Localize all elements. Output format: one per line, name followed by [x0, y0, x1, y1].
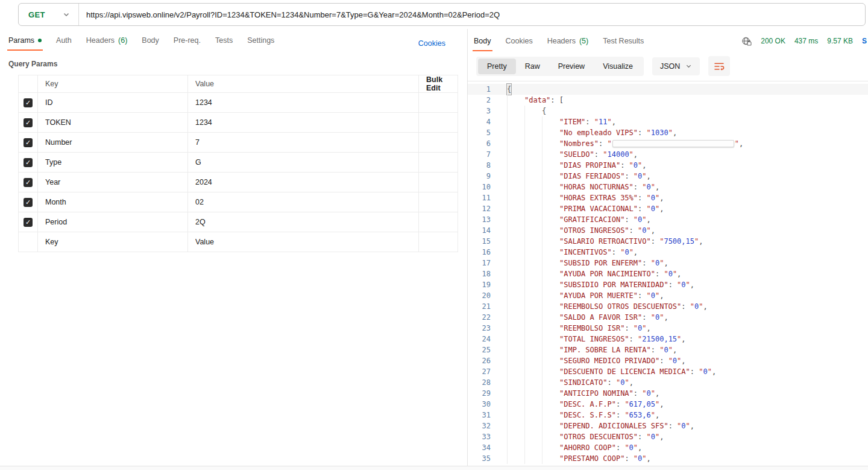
request-tab-tests[interactable]: Tests — [215, 36, 233, 51]
request-tab-params[interactable]: Params — [8, 36, 42, 51]
line-number: 26 — [468, 355, 495, 366]
view-mode-raw[interactable]: Raw — [516, 59, 549, 74]
method-label: GET — [28, 10, 45, 19]
checkbox-checked-icon: ✓ — [24, 158, 33, 167]
line-number: 16 — [468, 247, 495, 258]
param-row-empty: KeyValue — [19, 232, 458, 252]
code-line: 34"AHORRO COOP": "0", — [468, 442, 868, 453]
line-number: 2 — [468, 95, 495, 106]
line-number: 31 — [468, 410, 495, 421]
line-number: 11 — [468, 192, 495, 203]
line-number: 34 — [468, 442, 495, 453]
param-key-input[interactable]: Key — [38, 232, 188, 252]
checkbox-checked-icon: ✓ — [24, 118, 33, 127]
request-tab-settings[interactable]: Settings — [247, 36, 274, 51]
param-key-cell[interactable]: Type — [38, 153, 188, 173]
code-line: 23"REEMBOLSO ISR": "0", — [468, 323, 868, 334]
param-row-period: ✓Period2Q — [19, 212, 458, 232]
line-number: 15 — [468, 236, 495, 247]
param-key-cell[interactable]: Year — [38, 173, 188, 192]
view-mode-pretty[interactable]: Pretty — [478, 59, 516, 74]
params-header-row: Key Value Bulk Edit — [19, 75, 458, 93]
param-checkbox[interactable]: ✓ — [19, 133, 38, 153]
code-line: 32"DEPEND. ADICIONALES SFS": "0", — [468, 421, 868, 431]
line-number: 6 — [468, 138, 495, 149]
response-meta: 200 OK 437 ms 9.57 KB S — [741, 36, 867, 52]
line-number: 35 — [468, 453, 495, 464]
param-checkbox[interactable]: ✓ — [19, 173, 38, 192]
code-line: 14"OTROS INGRESOS": "0", — [468, 225, 868, 236]
line-number: 4 — [468, 116, 495, 127]
param-value-cell[interactable]: 1234 — [188, 93, 419, 113]
key-column-header: Key — [38, 75, 188, 93]
network-globe-lock-icon[interactable] — [741, 36, 752, 46]
line-number: 33 — [468, 431, 495, 442]
line-number: 5 — [468, 127, 495, 138]
code-line: 28"SINDICATO": "0", — [468, 377, 868, 388]
code-line: 8"DIAS PROPINA": "0", — [468, 160, 868, 171]
param-key-cell[interactable]: ID — [38, 93, 188, 113]
checkbox-checked-icon: ✓ — [24, 138, 33, 147]
save-response-button[interactable]: S — [862, 37, 867, 45]
line-number: 25 — [468, 345, 495, 355]
param-row-number: ✓Number7 — [19, 133, 458, 153]
code-line: 17"SUBSID POR ENFERM": "0", — [468, 258, 868, 268]
param-value-input[interactable]: Value — [188, 232, 419, 252]
view-mode-group: PrettyRawPreviewVisualize — [476, 57, 644, 76]
param-row-month: ✓Month02 — [19, 192, 458, 212]
param-key-cell[interactable]: TOKEN — [38, 113, 188, 133]
view-mode-preview[interactable]: Preview — [549, 59, 594, 74]
line-number: 19 — [468, 279, 495, 290]
line-number: 30 — [468, 399, 495, 410]
code-line: 24"TOTAL INGRESOS": "21500,15", — [468, 334, 868, 345]
param-extra-cell — [419, 113, 458, 133]
chevron-down-icon — [685, 63, 692, 69]
code-line: 15"SALARIO RETROACTIVO": "7500,15", — [468, 236, 868, 247]
code-line: 30"DESC. A.F.P": "617,05", — [468, 399, 868, 410]
bulk-edit-button[interactable]: Bulk Edit — [419, 75, 458, 93]
view-mode-visualize[interactable]: Visualize — [594, 59, 642, 74]
param-value-cell[interactable]: 2Q — [188, 212, 419, 232]
method-dropdown[interactable]: GET — [19, 4, 79, 25]
request-tab-body[interactable]: Body — [142, 36, 159, 51]
response-tab-cookies[interactable]: Cookies — [506, 37, 533, 51]
param-checkbox[interactable]: ✓ — [19, 113, 38, 133]
param-value-cell[interactable]: G — [188, 153, 419, 173]
param-key-cell[interactable]: Month — [38, 192, 188, 212]
param-checkbox[interactable]: ✓ — [19, 93, 38, 113]
checkbox-checked-icon: ✓ — [24, 218, 33, 227]
line-number: 1 — [468, 84, 495, 95]
response-tab-headers[interactable]: Headers(5) — [547, 37, 589, 51]
code-line: 26"SEGURO MEDICO PRIVADO": "0", — [468, 355, 868, 366]
line-number: 20 — [468, 290, 495, 301]
param-row-year: ✓Year2024 — [19, 173, 458, 192]
param-value-cell[interactable]: 2024 — [188, 173, 419, 192]
param-checkbox-empty — [19, 232, 38, 252]
param-value-cell[interactable]: 02 — [188, 192, 419, 212]
main-split: ParamsAuthHeaders(6)BodyPre-req.TestsSet… — [0, 29, 868, 466]
param-value-cell[interactable]: 1234 — [188, 113, 419, 133]
line-number: 17 — [468, 258, 495, 268]
response-tab-body[interactable]: Body — [474, 37, 491, 51]
response-tab-test-results[interactable]: Test Results — [603, 37, 644, 51]
cookies-link[interactable]: Cookies — [418, 39, 445, 48]
checkbox-checked-icon: ✓ — [24, 98, 33, 107]
param-key-cell[interactable]: Number — [38, 133, 188, 153]
checkbox-checked-icon: ✓ — [24, 178, 33, 187]
request-tab-pre-req[interactable]: Pre-req. — [174, 36, 201, 51]
param-checkbox[interactable]: ✓ — [19, 153, 38, 173]
param-value-cell[interactable]: 7 — [188, 133, 419, 153]
request-tab-headers[interactable]: Headers(6) — [86, 36, 128, 51]
code-line: 22"SALDO A FAVOR ISR": "0", — [468, 312, 868, 323]
request-tab-auth[interactable]: Auth — [56, 36, 72, 51]
param-checkbox[interactable]: ✓ — [19, 212, 38, 232]
param-checkbox[interactable]: ✓ — [19, 192, 38, 212]
wrap-lines-button[interactable] — [708, 56, 730, 76]
code-line: 21"REEMBOLSO OTROS DESCUENTOS": "0", — [468, 301, 868, 312]
param-key-cell[interactable]: Period — [38, 212, 188, 232]
format-dropdown[interactable]: JSON — [652, 57, 700, 75]
url-input[interactable]: https://api.vipsweb.online/v2/Payroll?ID… — [79, 10, 865, 19]
request-pane: ParamsAuthHeaders(6)BodyPre-req.TestsSet… — [0, 29, 467, 466]
code-line: 3{ — [468, 106, 868, 116]
param-extra-cell — [419, 192, 458, 212]
